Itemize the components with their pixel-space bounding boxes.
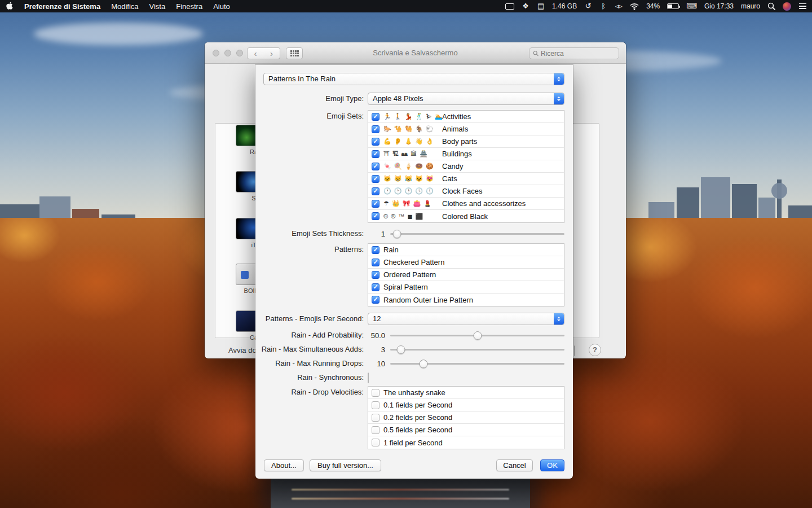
emoji-set-row[interactable]: 🏃 🚶 💃 🕺 ⛷ 🏊 Activities	[368, 111, 564, 123]
time-machine-icon[interactable]: ↺	[584, 2, 592, 11]
menu-app-name[interactable]: Preferenze di Sistema	[24, 2, 100, 11]
help-button[interactable]: ?	[589, 344, 601, 356]
checkbox[interactable]	[372, 246, 379, 254]
kvm-arrows-icon[interactable]: ◃▹	[615, 2, 623, 11]
checkbox[interactable]	[372, 212, 379, 220]
pattern-row[interactable]: Checkered Pattern	[368, 256, 564, 269]
velocity-row[interactable]: 0.1 fields per Second	[368, 399, 564, 411]
cancel-button[interactable]: Cancel	[496, 459, 533, 471]
menubar-clock[interactable]: Gio 17:33	[704, 2, 734, 10]
emoji-type-value: Apple 48 Pixels	[373, 94, 423, 103]
slider-thumb[interactable]	[419, 360, 427, 368]
thickness-slider[interactable]	[390, 229, 564, 238]
emoji-set-row[interactable]: 🍬 🍭 🍦 🍩 🍪 Candy	[368, 160, 564, 173]
apple-menu-icon[interactable]	[6, 2, 14, 11]
emoji-preview: © ® ™ ◼ ⬛	[383, 213, 442, 220]
pattern-row[interactable]: Ordered Pattern	[368, 269, 564, 281]
emoji-set-row[interactable]: 💪 👂 👃 👋 👌 Body parts	[368, 135, 564, 148]
patterns-list: Rain Checkered Pattern Ordered Pattern S…	[368, 243, 564, 306]
ok-button[interactable]: OK	[540, 459, 564, 471]
velocity-row[interactable]: 0.2 fields per Second	[368, 411, 564, 424]
about-button[interactable]: About...	[264, 459, 304, 471]
notification-center-icon[interactable]	[798, 2, 806, 11]
max-adds-slider[interactable]	[390, 345, 564, 354]
emoji-set-name: Activities	[442, 112, 471, 121]
user-avatar-icon[interactable]	[783, 2, 791, 11]
show-all-button[interactable]	[286, 47, 303, 59]
emoji-set-row[interactable]: 🐎 🐪 🐫 🐐 🐑 Animals	[368, 123, 564, 135]
add-probability-slider[interactable]	[390, 331, 564, 340]
popup-arrows-icon	[554, 73, 564, 85]
minimize-button[interactable]	[224, 50, 231, 56]
emoji-set-name: Clothes and accessorizes	[442, 199, 526, 208]
menu-finestra[interactable]: Finestra	[176, 2, 202, 11]
checkbox[interactable]	[372, 150, 379, 158]
slider-thumb[interactable]	[396, 345, 405, 354]
emoji-set-row[interactable]: 🐱 😸 😹 😺 😻 Cats	[368, 173, 564, 185]
emojis-per-second-label: Patterns - Emojis Per Second:	[255, 313, 364, 325]
menu-modifica[interactable]: Modifica	[111, 2, 138, 11]
checkbox[interactable]	[372, 138, 379, 146]
checkbox[interactable]	[372, 175, 379, 183]
emoji-set-row[interactable]: ⛩ 🏗 🏘 🏛 🏯 Buildings	[368, 148, 564, 160]
drop-velocities-list: The unhasty snake 0.1 fields per Second …	[368, 386, 564, 449]
display-icon[interactable]	[505, 2, 514, 11]
checkbox[interactable]	[372, 414, 379, 422]
velocity-row[interactable]: The unhasty snake	[368, 387, 564, 399]
search-field[interactable]	[529, 47, 619, 59]
pattern-row[interactable]: Random Outer Line Pattern	[368, 294, 564, 306]
menubar-user[interactable]: mauro	[741, 2, 760, 10]
window-titlebar[interactable]: ‹ › Scrivania e Salvaschermo	[205, 42, 626, 64]
checkbox[interactable]	[372, 283, 379, 291]
checkbox[interactable]	[372, 200, 379, 208]
close-button[interactable]	[213, 50, 219, 56]
synchronous-label: Rain - Synchronous:	[255, 371, 364, 384]
buy-full-version-button[interactable]: Buy full version...	[310, 459, 381, 471]
spotlight-icon[interactable]	[767, 2, 775, 11]
emoji-set-row[interactable]: ☂ 👑 🎀 👛 💄 Clothes and accessorizes	[368, 198, 564, 210]
checkbox[interactable]	[372, 259, 379, 266]
checkbox[interactable]	[372, 113, 379, 121]
max-drops-slider[interactable]	[390, 359, 564, 368]
checkbox[interactable]	[372, 439, 379, 446]
checkbox[interactable]	[372, 187, 379, 195]
pattern-row[interactable]: Spiral Pattern	[368, 281, 564, 294]
slider-thumb[interactable]	[393, 230, 401, 238]
pattern-name: Checkered Pattern	[383, 258, 444, 266]
emoji-type-select[interactable]: Apple 48 Pixels	[368, 93, 564, 105]
search-input[interactable]	[541, 50, 615, 58]
menu-vista[interactable]: Vista	[149, 2, 166, 11]
emojis-per-second-select[interactable]: 12	[368, 313, 564, 325]
checkbox[interactable]	[372, 125, 379, 133]
preset-select-value: Patterns In The Rain	[268, 75, 336, 83]
checkbox[interactable]	[372, 271, 379, 279]
preset-select[interactable]: Patterns In The Rain	[263, 73, 564, 85]
velocity-row[interactable]: 0.5 fields per Second	[368, 424, 564, 436]
pattern-row[interactable]: Rain	[368, 244, 564, 256]
emoji-set-row[interactable]: 🕐 🕑 🕒 🕓 🕔 Clock Faces	[368, 185, 564, 198]
pattern-name: Random Outer Line Pattern	[383, 296, 473, 304]
slider-thumb[interactable]	[473, 331, 482, 340]
emoji-preview: 🐱 😸 😹 😺 😻	[383, 175, 442, 182]
checkbox[interactable]	[372, 389, 379, 397]
forward-button[interactable]: ›	[263, 47, 280, 59]
checkbox[interactable]	[372, 163, 379, 170]
velocity-row[interactable]: 1 field per Second	[368, 436, 564, 449]
emoji-preview: 🍬 🍭 🍦 🍩 🍪	[383, 163, 442, 170]
show-clock-checkbox[interactable]	[574, 345, 575, 356]
checkbox[interactable]	[372, 426, 379, 434]
wifi-icon[interactable]	[630, 2, 639, 11]
zoom-button[interactable]	[236, 50, 243, 56]
bluetooth-icon[interactable]: ᛒ	[599, 2, 607, 11]
dropbox-icon[interactable]: ❖	[522, 2, 529, 11]
keyboard-icon[interactable]: ⌨	[686, 2, 697, 11]
back-button[interactable]: ‹	[247, 47, 264, 59]
emoji-set-row[interactable]: © ® ™ ◼ ⬛ Colored Black	[368, 210, 564, 222]
menu-aiuto[interactable]: Aiuto	[213, 2, 230, 11]
checkbox[interactable]	[372, 296, 379, 304]
battery-icon[interactable]	[667, 2, 679, 11]
synchronous-checkbox[interactable]	[368, 373, 369, 383]
thickness-label: Emoji Sets Thickness:	[255, 227, 364, 240]
memory-icon[interactable]: ▤	[537, 2, 545, 11]
checkbox[interactable]	[372, 401, 379, 409]
